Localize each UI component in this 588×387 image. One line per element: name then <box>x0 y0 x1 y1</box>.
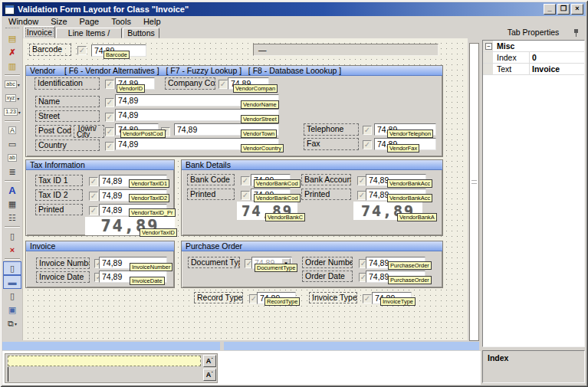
menu-item-size[interactable]: Size <box>44 16 73 27</box>
bank-code-printed-label[interactable]: Printed <box>187 189 235 200</box>
menu-item-page[interactable]: Page <box>74 16 106 27</box>
label-tool-button[interactable]: A <box>3 123 21 137</box>
order-number-label[interactable]: Order Number <box>302 257 353 268</box>
barcode-label[interactable]: Barcode <box>29 44 71 56</box>
tax-id-2-label[interactable]: Tax ID 2 <box>35 189 83 201</box>
street-checkbox[interactable]: ✓ <box>105 113 114 122</box>
tab-form-icon: ▯ <box>10 264 15 274</box>
toolbar-separator <box>5 120 20 122</box>
menu-item-window[interactable]: Window <box>2 16 44 27</box>
font-increase-button[interactable]: A˙ <box>203 355 216 367</box>
bank-account-printed-label[interactable]: Printed <box>301 189 351 200</box>
town-city-label[interactable]: Town/City <box>74 125 104 138</box>
barcode-checkbox[interactable]: ✓ <box>77 46 87 55</box>
toolbar-grip[interactable] <box>5 28 19 30</box>
font-button[interactable]: A <box>3 183 21 197</box>
telephone-label[interactable]: Telephone <box>304 123 359 136</box>
vendor-tax-id2-field-tag: VendorTaxID2 <box>129 194 169 202</box>
symbol-field-button[interactable]: xyz▾ <box>3 91 21 105</box>
bank-account-label[interactable]: Bank Account <box>301 174 351 185</box>
invoice-date-label[interactable]: Invoice Date <box>36 271 90 283</box>
font-decrease-button[interactable]: A˙ <box>203 369 216 381</box>
purchase-order-section[interactable]: Purchase Order Document Type ✓ 74,89 ▾ D… <box>181 241 443 288</box>
button-tool-button[interactable]: ▭ <box>3 137 21 151</box>
new-form-button[interactable]: ▤ <box>3 31 21 45</box>
identification-label[interactable]: Identification <box>34 77 100 90</box>
sample-text-input[interactable] <box>8 356 201 366</box>
name-checkbox[interactable]: ✓ <box>105 98 114 107</box>
tax-id-1-checkbox[interactable]: ✓ <box>89 177 98 186</box>
menu-item-help[interactable]: Help <box>137 16 167 27</box>
country-label[interactable]: Country <box>35 139 100 151</box>
invoice-type-checkbox[interactable]: ✓ <box>363 294 372 303</box>
canvas-vertical-scrollbar[interactable] <box>469 43 479 341</box>
toolbar-separator <box>5 74 20 76</box>
tab-form-button[interactable]: ▯ <box>3 261 21 275</box>
identification-checkbox[interactable]: ✓ <box>105 80 114 89</box>
record-type-label[interactable]: Record Type <box>194 292 243 303</box>
screen-button[interactable]: ▣ <box>3 303 21 316</box>
street-label[interactable]: Street <box>35 110 100 122</box>
tax-id-1-label[interactable]: Tax ID 1 <box>35 175 83 186</box>
maximize-button[interactable]: ❒ <box>557 4 570 15</box>
property-grid[interactable]: − Misc Index 0 Text Invoice <box>482 40 585 347</box>
list-box-tool-button[interactable]: ≣ <box>3 165 21 179</box>
numeric-field-button[interactable]: 1.23▾ <box>3 105 21 119</box>
property-value-text[interactable]: Invoice <box>532 64 560 74</box>
tax-printed-checkbox[interactable]: ✓ <box>89 206 98 215</box>
tab-buttons[interactable]: Buttons <box>123 28 159 38</box>
close-button[interactable]: × <box>571 4 583 15</box>
purchase-order-date-field-tag: PurchaseOrder <box>388 276 432 284</box>
text-field-button[interactable]: abc▾ <box>3 77 21 91</box>
grid-button[interactable]: ▦ <box>3 197 21 211</box>
vendor-section[interactable]: Vendor [ F6 - Vendor Alternatives ] [ F7… <box>25 65 443 157</box>
fax-checkbox[interactable]: ✓ <box>363 140 372 149</box>
property-value-index[interactable]: 0 <box>532 52 537 63</box>
bank-details-section-header: Bank Details <box>182 160 442 170</box>
panel-icon: ▬ <box>8 277 17 287</box>
company-code-label[interactable]: Company Code <box>165 77 215 90</box>
telephone-checkbox[interactable]: ✓ <box>363 126 372 135</box>
name-label[interactable]: Name <box>35 96 100 107</box>
menu-item-tools[interactable]: Tools <box>105 16 137 27</box>
bottom-blue-bar-left <box>2 342 220 350</box>
bank-details-section[interactable]: Bank Details Bank Code ✓ 74,89 VendorBan… <box>181 159 443 236</box>
property-name-text[interactable]: Text <box>497 64 511 74</box>
app-window: Validation Form Layout for Class "Invoic… <box>0 0 588 387</box>
minimize-button[interactable]: _ <box>544 4 556 15</box>
property-name-index[interactable]: Index <box>497 52 517 63</box>
tab-invoice[interactable]: Invoice <box>24 26 55 38</box>
collapse-icon[interactable]: − <box>485 43 492 50</box>
barcode-display-panel[interactable]: — <box>253 44 439 56</box>
panel-button[interactable]: ▬ <box>3 275 21 289</box>
property-group-misc[interactable]: Misc <box>497 41 514 51</box>
invoice-number-label[interactable]: Invoice Number <box>36 257 90 269</box>
tab-line-items-amounts[interactable]: Line Items / Amounts <box>56 28 122 38</box>
order-date-label[interactable]: Order Date <box>302 271 353 282</box>
field-list-button[interactable]: ☷ <box>3 211 21 225</box>
page-button[interactable]: ▯ <box>3 229 21 243</box>
post-code-label[interactable]: Post Code <box>35 125 71 136</box>
tax-id-2-checkbox[interactable]: ✓ <box>89 192 98 201</box>
bank-code-checkbox[interactable]: ✓ <box>241 176 250 185</box>
tax-printed-label[interactable]: Printed <box>35 204 83 215</box>
country-checkbox[interactable]: ✓ <box>105 142 114 151</box>
invoice-type-label[interactable]: Invoice Type <box>309 292 357 303</box>
pin-icon[interactable] <box>573 29 579 37</box>
company-code-checkbox[interactable]: ✓ <box>218 80 228 89</box>
fax-label[interactable]: Fax <box>304 138 359 150</box>
document-type-label[interactable]: Document Type <box>188 257 240 268</box>
delete-form-button[interactable]: ✗ <box>3 45 21 59</box>
bank-code-printed-checkbox[interactable]: ✓ <box>241 191 250 200</box>
design-canvas[interactable]: Barcode ✓ 74,89 Barcode — Vendor [ F6 - … <box>23 38 468 340</box>
tax-information-section[interactable]: Tax Information Tax ID 1 ✓ 74,89 VendorT… <box>25 159 175 236</box>
edit-box-tool-button[interactable]: ab <box>3 151 21 165</box>
bank-code-label[interactable]: Bank Code <box>187 174 235 185</box>
page-2-button[interactable]: ▯ <box>3 289 21 303</box>
delete-item-button[interactable]: × <box>3 243 21 257</box>
copy-button[interactable]: ⧉▾ <box>3 316 21 330</box>
form-wizard-button[interactable]: ▥ <box>3 59 21 73</box>
label-icon: A <box>8 126 16 134</box>
post-code-checkbox[interactable]: ✓ <box>105 127 114 136</box>
invoice-section[interactable]: Invoice Invoice Number ✓ 74,89 InvoiceNu… <box>25 241 175 288</box>
